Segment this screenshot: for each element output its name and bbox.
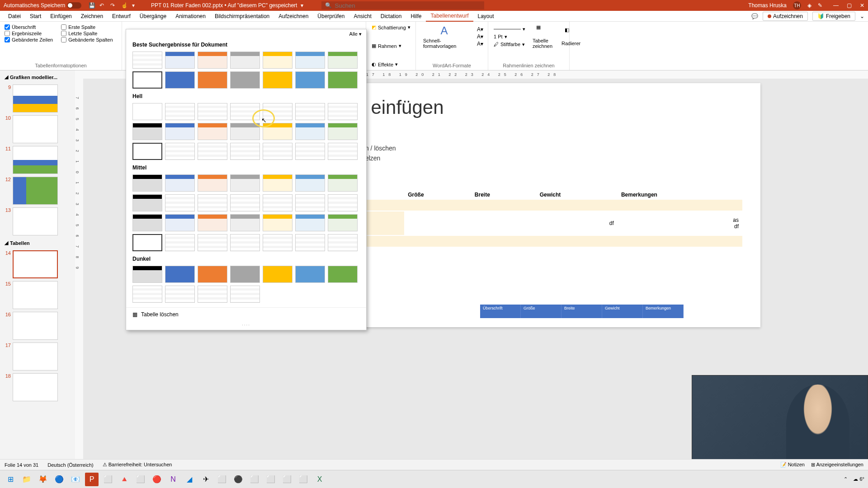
style-swatch[interactable] <box>263 266 292 283</box>
doc-title-chevron-icon[interactable]: ▾ <box>301 2 303 9</box>
language-indicator[interactable]: Deutsch (Österreich) <box>47 462 93 468</box>
draw-table-button[interactable]: ▦Tabelle zeichnen <box>530 23 555 50</box>
alle-dd[interactable]: Alle ▾ <box>349 31 362 37</box>
style-swatch[interactable] <box>295 143 325 160</box>
style-swatch[interactable] <box>263 71 292 89</box>
tab-entwurf[interactable]: Entwurf <box>108 11 135 21</box>
style-swatch[interactable] <box>328 214 358 231</box>
style-swatch[interactable] <box>198 143 227 160</box>
style-swatch[interactable] <box>165 214 195 231</box>
app-icon[interactable]: ⬜ <box>248 473 261 486</box>
start-menu-icon[interactable]: ⊞ <box>4 473 17 486</box>
chrome-icon[interactable]: 🔵 <box>52 473 66 486</box>
text-outline-icon[interactable]: A▾ <box>477 33 483 40</box>
style-swatch[interactable] <box>263 214 292 231</box>
slide-canvas[interactable]: en einfügen en or) einfügen / löschen er… <box>326 83 760 327</box>
tab-bildschirm[interactable]: Bildschirmpräsentation <box>210 11 274 21</box>
text-effects-icon[interactable]: A▾ <box>477 41 483 47</box>
check-geb-spalten[interactable]: Gebänderte Spalten <box>61 37 113 42</box>
style-swatch[interactable] <box>295 266 325 283</box>
close-icon[interactable]: ✕ <box>860 2 864 9</box>
user-avatar[interactable]: TH <box>793 1 801 9</box>
more-icon[interactable]: ▾ <box>132 2 138 9</box>
thumb-12[interactable] <box>13 177 58 205</box>
style-swatch[interactable] <box>295 103 325 120</box>
style-swatch[interactable] <box>132 71 162 89</box>
style-swatch[interactable] <box>328 143 358 160</box>
minimize-icon[interactable]: — <box>833 2 839 9</box>
style-swatch[interactable] <box>295 234 325 251</box>
app-icon[interactable]: ⬜ <box>264 473 278 486</box>
style-swatch[interactable] <box>328 174 358 192</box>
style-swatch[interactable] <box>198 214 227 231</box>
group-tabellen[interactable]: ◢Tabellen <box>2 238 73 248</box>
tab-start[interactable]: Start <box>25 11 46 21</box>
style-swatch[interactable] <box>263 234 292 251</box>
save-icon[interactable]: 💾 <box>89 2 95 9</box>
style-swatch[interactable] <box>328 266 358 283</box>
style-swatch[interactable] <box>230 123 260 140</box>
pen-color-dd[interactable]: 🖊Stiftfarbe▾ <box>493 41 526 48</box>
style-swatch[interactable] <box>132 234 162 251</box>
style-swatch[interactable] <box>165 174 195 192</box>
pen-icon[interactable]: ✎ <box>818 2 822 9</box>
anzeige-toggle[interactable]: ⊞ Anzeigeeinstellungen <box>811 462 863 468</box>
tab-ansicht[interactable]: Ansicht <box>349 11 376 21</box>
excel-icon[interactable]: X <box>313 473 326 486</box>
comments-icon[interactable]: 💬 <box>751 13 758 19</box>
style-swatch[interactable] <box>263 194 292 211</box>
style-swatch[interactable] <box>165 234 195 251</box>
touch-icon[interactable]: ☝ <box>121 2 127 9</box>
style-swatch[interactable] <box>230 194 260 211</box>
style-swatch[interactable] <box>295 194 325 211</box>
slide-data-table[interactable]: chrift Größe Breite Gewicht Bemerkungen … <box>344 190 742 248</box>
style-swatch[interactable] <box>263 52 292 69</box>
style-swatch[interactable] <box>132 194 162 211</box>
style-swatch[interactable] <box>132 143 162 160</box>
check-ergebniszeile[interactable]: Ergebniszeile <box>5 31 53 36</box>
style-swatch[interactable] <box>295 214 325 231</box>
style-swatch[interactable] <box>165 52 195 69</box>
style-swatch[interactable] <box>132 214 162 231</box>
tab-einfuegen[interactable]: Einfügen <box>46 11 76 21</box>
vlc-icon[interactable]: 🔺 <box>118 473 131 486</box>
app-icon[interactable]: ⬜ <box>297 473 310 486</box>
thumb-10[interactable] <box>13 115 58 143</box>
style-swatch[interactable] <box>328 123 358 140</box>
style-swatch[interactable] <box>165 71 195 89</box>
tab-layout[interactable]: Layout <box>473 11 499 21</box>
tabelle-loeschen[interactable]: ▦ Tabelle löschen <box>126 307 366 321</box>
check-ueberschrift[interactable]: Überschrift <box>5 24 53 30</box>
style-swatch[interactable] <box>165 123 195 140</box>
style-swatch[interactable] <box>198 266 227 283</box>
style-swatch[interactable] <box>198 174 227 192</box>
style-swatch[interactable] <box>230 103 260 120</box>
freigeben-button[interactable]: 🔰Freigeben <box>812 12 855 21</box>
mini-blue-table[interactable]: Überschrift Größe Breite Gewicht Bemerku… <box>480 305 684 318</box>
style-swatch[interactable] <box>295 123 325 140</box>
vscode-icon[interactable]: ◢ <box>183 473 196 486</box>
toggle-pill[interactable] <box>67 2 81 9</box>
search-box[interactable]: 🔍 <box>321 1 484 9</box>
style-swatch[interactable] <box>295 174 325 192</box>
style-swatch[interactable] <box>132 103 162 120</box>
style-swatch[interactable] <box>328 194 358 211</box>
style-swatch[interactable] <box>295 71 325 89</box>
aufzeichnen-button[interactable]: Aufzeichnen <box>763 12 808 21</box>
check-geb-zeilen[interactable]: Gebänderte Zeilen <box>5 37 53 42</box>
explorer-icon[interactable]: 📁 <box>20 473 33 486</box>
style-swatch[interactable] <box>328 52 358 69</box>
thumb-15[interactable] <box>13 281 58 309</box>
style-swatch[interactable] <box>263 143 292 160</box>
tab-uebergaenge[interactable]: Übergänge <box>135 11 171 21</box>
tab-animationen[interactable]: Animationen <box>171 11 210 21</box>
style-swatch[interactable] <box>165 194 195 211</box>
style-swatch[interactable] <box>230 286 260 303</box>
schattierung-dd[interactable]: ◩Schattierung▾ <box>371 23 411 31</box>
style-swatch[interactable] <box>198 103 227 120</box>
app-icon[interactable]: 🔴 <box>150 473 164 486</box>
undo-icon[interactable]: ↶ <box>99 2 106 9</box>
maximize-icon[interactable]: ▢ <box>847 2 852 9</box>
check-erste-spalte[interactable]: Erste Spalte <box>61 24 113 30</box>
thumb-18[interactable] <box>13 373 58 401</box>
